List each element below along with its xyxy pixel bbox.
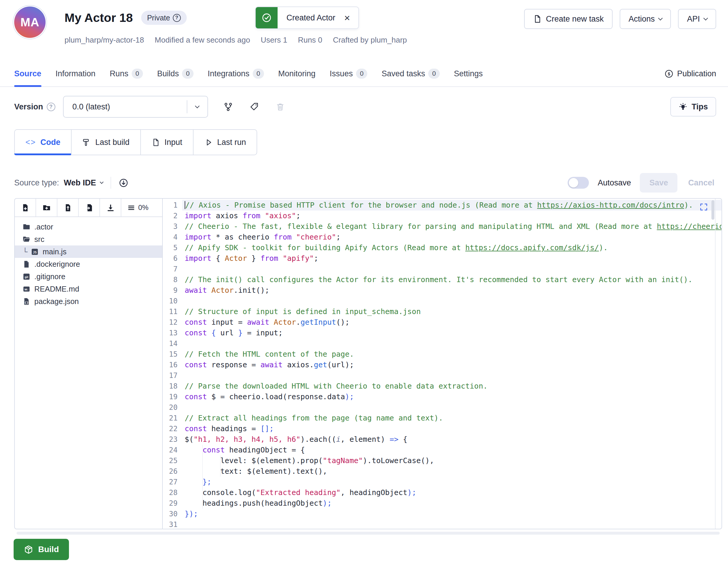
tree-connector: └: [22, 248, 28, 256]
tab-settings[interactable]: Settings: [454, 61, 483, 86]
code-line[interactable]: const headings = [];: [182, 423, 721, 434]
code-line[interactable]: [182, 519, 721, 529]
create-new-task-button[interactable]: Create new task: [524, 9, 613, 29]
code-line[interactable]: // Extract all headings from the page (t…: [182, 413, 721, 423]
line-number: 24: [163, 445, 182, 455]
page-title: My Actor 18: [65, 11, 133, 25]
tab-source[interactable]: Source: [14, 61, 41, 86]
new-folder-icon[interactable]: [36, 199, 57, 217]
tree-item-actor[interactable]: .actor: [15, 221, 162, 233]
api-button[interactable]: API: [678, 9, 716, 29]
code-line[interactable]: import { Actor } from "apify";: [182, 253, 721, 264]
code-icon: <>: [25, 138, 36, 147]
subtab-label: Last build: [95, 138, 130, 147]
tab-saved-tasks[interactable]: Saved tasks0: [381, 61, 439, 86]
actions-button[interactable]: Actions: [620, 9, 671, 29]
tree-item-gitignore[interactable]: git.gitignore: [15, 270, 162, 283]
code-line[interactable]: const response = await axios.get(url);: [182, 359, 721, 370]
modified-time: Modified a few seconds ago: [155, 36, 250, 45]
code-line[interactable]: // Apify SDK - toolkit for building Apif…: [182, 243, 721, 253]
version-select[interactable]: 0.0 (latest): [63, 96, 208, 118]
scrollbar-thumb[interactable]: [711, 200, 714, 220]
horizontal-scrollbar[interactable]: [17, 532, 720, 535]
tab-count-badge: 0: [182, 69, 193, 79]
git-branch-icon[interactable]: [223, 102, 233, 112]
code-line[interactable]: headings.push(headingObject);: [182, 498, 721, 509]
subtab-code[interactable]: <> Code: [15, 130, 71, 155]
code-line[interactable]: const { url } = input;: [182, 328, 721, 338]
source-editor-panel: 0% .actorsrc└JSmain.js.dockerignoregit.g…: [14, 198, 722, 529]
code-line[interactable]: $("h1, h2, h3, h4, h5, h6").each((i, ele…: [182, 434, 721, 445]
code-line[interactable]: [182, 402, 721, 413]
tab-issues[interactable]: Issues0: [330, 61, 367, 86]
code-line[interactable]: import * as cheerio from "cheerio";: [182, 232, 721, 243]
subtab-last-run[interactable]: Last run: [193, 130, 257, 155]
code-line[interactable]: // Axios - Promise based HTTP client for…: [182, 200, 721, 211]
tree-item-label: .dockerignore: [34, 260, 80, 269]
lightbulb-icon: [679, 102, 687, 111]
download-all-icon[interactable]: [100, 199, 121, 217]
code-area[interactable]: // Axios - Promise based HTTP client for…: [182, 199, 721, 529]
code-line[interactable]: });: [182, 509, 721, 519]
cancel-button[interactable]: Cancel: [686, 178, 716, 188]
line-number: 29: [163, 498, 182, 509]
code-line[interactable]: // Fetch the HTML content of the page.: [182, 349, 721, 359]
code-line[interactable]: [182, 338, 721, 349]
code-line[interactable]: // Parse the downloaded HTML with Cheeri…: [182, 381, 721, 391]
tips-button[interactable]: Tips: [670, 97, 716, 117]
tree-item-label: README.md: [34, 285, 79, 293]
code-line[interactable]: await Actor.init();: [182, 285, 721, 296]
subtab-last-build[interactable]: Last build: [71, 130, 140, 155]
download-circle-icon[interactable]: [119, 178, 128, 188]
code-line[interactable]: console.log("Extracted heading", heading…: [182, 487, 721, 498]
code-line[interactable]: // Cheerio - The fast, flexible & elegan…: [182, 221, 721, 232]
tree-item-dockerignore[interactable]: .dockerignore: [15, 258, 162, 270]
code-line[interactable]: [182, 264, 721, 275]
autosave-toggle[interactable]: [568, 177, 589, 189]
tab-monitoring[interactable]: Monitoring: [278, 61, 315, 86]
subtab-input[interactable]: Input: [140, 130, 193, 155]
code-line[interactable]: text: $(element).text(),: [182, 466, 721, 477]
tab-information[interactable]: Information: [56, 61, 96, 86]
api-label: API: [687, 14, 700, 24]
tab-publication[interactable]: $ Publication: [664, 69, 716, 78]
tree-item-README-md[interactable]: M↓README.md: [15, 283, 162, 295]
delete-version-icon: [276, 102, 285, 112]
code-line[interactable]: level: $(element).prop("tagName").toLowe…: [182, 455, 721, 466]
source-type-value[interactable]: Web IDE: [64, 178, 96, 188]
code-line[interactable]: // Structure of input is defined in inpu…: [182, 306, 721, 317]
build-button[interactable]: Build: [14, 539, 69, 560]
upload-file-icon[interactable]: [57, 199, 79, 217]
code-editor: 1234567891011121314151617181920212223242…: [163, 199, 721, 529]
tree-item-src[interactable]: src: [15, 233, 162, 246]
file-tree-list: .actorsrc└JSmain.js.dockerignoregit.giti…: [15, 217, 162, 307]
code-line[interactable]: [182, 370, 721, 381]
code-line[interactable]: };: [182, 477, 721, 487]
code-line[interactable]: [182, 296, 721, 306]
tab-integrations[interactable]: Integrations0: [208, 61, 264, 86]
import-file-icon[interactable]: [79, 199, 100, 217]
svg-text:M↓: M↓: [25, 287, 28, 291]
tab-runs[interactable]: Runs0: [110, 61, 143, 86]
fullscreen-icon[interactable]: [700, 203, 708, 211]
version-select-value: 0.0 (latest): [64, 102, 187, 112]
code-line[interactable]: const $ = cheerio.load(response.data);: [182, 391, 721, 402]
new-file-icon[interactable]: [15, 199, 36, 217]
tree-item-package-json[interactable]: {}package.json: [15, 295, 162, 307]
tab-builds[interactable]: Builds0: [157, 61, 194, 86]
tree-item-main-js[interactable]: └JSmain.js: [15, 246, 162, 258]
editor-scrollbar[interactable]: [715, 199, 716, 529]
save-button[interactable]: Save: [640, 173, 677, 193]
code-line[interactable]: const input = await Actor.getInput();: [182, 317, 721, 328]
toast-close-icon[interactable]: ×: [344, 7, 358, 28]
json-icon: {}: [22, 297, 30, 305]
line-number: 27: [163, 477, 182, 487]
line-number: 4: [163, 232, 182, 243]
actions-label: Actions: [629, 14, 655, 24]
help-icon[interactable]: ?: [173, 14, 181, 22]
code-line[interactable]: const headingObject = {: [182, 445, 721, 455]
version-help-icon[interactable]: ?: [47, 103, 55, 111]
code-line[interactable]: // The init() call configures the Actor …: [182, 275, 721, 285]
code-line[interactable]: import axios from "axios";: [182, 211, 721, 221]
tag-icon[interactable]: [249, 102, 259, 112]
